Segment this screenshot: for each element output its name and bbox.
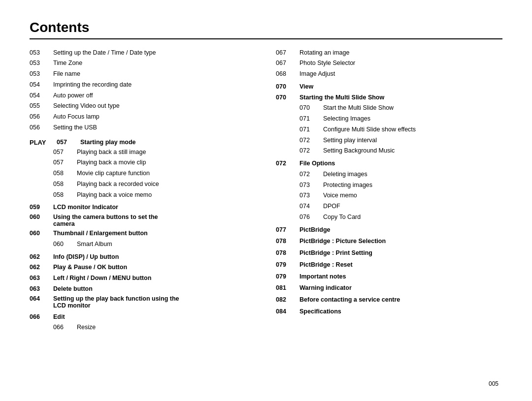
multi-sub-entry: 072Setting play interval <box>276 136 502 145</box>
play-num: 057 <box>57 139 80 146</box>
smart-album-entry: 060 Smart Album <box>30 240 256 249</box>
left-right-entry: 063 Left / Right / Down / MENU button <box>30 274 256 283</box>
play-sub-entry: 058Playing back a voice memo <box>30 190 256 200</box>
play-sub-entries: 057Playing back a still image057Playing … <box>30 148 256 200</box>
play-sub-entry: 058Movie clip capture function <box>30 169 256 178</box>
right-bold-entry: 079Important notes <box>276 272 502 281</box>
multi-sub-entries: 070Start the Multi Slide Show071Selectin… <box>276 103 502 155</box>
play-sub-entry: 057Playing back a movie clip <box>30 158 256 167</box>
left-top-entry: 056Auto Focus lamp <box>30 112 256 122</box>
file-sub-entry: 074DPOF <box>276 202 502 211</box>
play-pause-entry: 062 Play & Pause / OK button <box>30 263 256 272</box>
file-sub-entry: 073Voice memo <box>276 191 502 200</box>
right-bold-entry: 081Warning indicator <box>276 283 502 293</box>
left-top-entry: 053File name <box>30 69 256 79</box>
right-bold-entry: 082Before contacting a service centre <box>276 295 502 305</box>
file-sub-entries: 072Deleting images073Protecting images07… <box>276 170 502 222</box>
lcd-indicator-entry: 059 LCD monitor Indicator <box>30 203 256 212</box>
right-top-entry: 067Photo Style Selector <box>276 59 502 68</box>
left-top-entry: 054Imprinting the recording date <box>30 80 256 90</box>
left-top-entry: 056Setting the USB <box>30 123 256 132</box>
right-column: 067Rotating an image067Photo Style Selec… <box>276 48 502 334</box>
right-bold-entry: 078PictBridge : Print Setting <box>276 248 502 258</box>
file-sub-entry: 073Protecting images <box>276 181 502 190</box>
left-top-entry: 053Setting up the Date / Time / Date typ… <box>30 48 256 58</box>
delete-button-entry: 063 Delete button <box>30 284 256 294</box>
thumbnail-entry: 060 Thumbnail / Enlargement button <box>30 229 256 238</box>
camera-buttons-line1: Using the camera buttons to set the <box>53 214 158 220</box>
page-title: Contents <box>30 20 502 35</box>
right-bold-entry: 084Specifications <box>276 307 502 316</box>
left-top-entries: 053Setting up the Date / Time / Date typ… <box>30 48 256 132</box>
play-sub-entry: 058Playing back a recorded voice <box>30 180 256 189</box>
left-top-entry: 054Auto power off <box>30 91 256 100</box>
title-divider <box>30 38 502 39</box>
file-sub-entry: 076Copy To Card <box>276 213 502 222</box>
multi-slide-show-entry: 070 Starting the Multi Slide Show <box>276 93 502 102</box>
play-heading: Starting play mode <box>80 139 136 146</box>
left-top-entry: 055Selecting Video out type <box>30 101 256 111</box>
edit-entry: 066 Edit <box>30 312 256 322</box>
multi-sub-entry: 070Start the Multi Slide Show <box>276 103 502 113</box>
multi-sub-entry: 071Selecting Images <box>276 114 502 123</box>
right-top-entry: 067Rotating an image <box>276 48 502 58</box>
right-bold-entries: 077PictBridge078PictBridge : Picture Sel… <box>276 225 502 319</box>
play-section-header: PLAY 057 Starting play mode <box>30 139 256 146</box>
right-bold-entry: 079PictBridge : Reset <box>276 260 502 270</box>
right-bold-entry: 078PictBridge : Picture Selection <box>276 237 502 246</box>
play-sub-entry: 057Playing back a still image <box>30 148 256 157</box>
playback-function-entry: 064 Setting up the play back function us… <box>30 295 256 309</box>
multi-sub-entry: 072Setting Background Music <box>276 146 502 155</box>
page-number: 005 <box>489 380 499 387</box>
right-top-entries: 067Rotating an image067Photo Style Selec… <box>276 48 502 79</box>
file-options-entry: 072 File Options <box>276 159 502 168</box>
right-bold-entry: 077PictBridge <box>276 225 502 235</box>
right-top-entry: 068Image Adjust <box>276 69 502 79</box>
camera-buttons-line2: camera <box>53 220 158 227</box>
view-entry: 070 View <box>276 82 502 92</box>
resize-entry: 066 Resize <box>30 323 256 332</box>
left-top-entry: 053Time Zone <box>30 59 256 68</box>
info-disp-entry: 062 Info (DISP) / Up button <box>30 252 256 262</box>
playback-line1: Setting up the play back function using … <box>53 295 179 302</box>
play-label: PLAY <box>30 139 57 146</box>
file-sub-entry: 072Deleting images <box>276 170 502 179</box>
playback-line2: LCD monitor <box>53 302 179 309</box>
left-column: 053Setting up the Date / Time / Date typ… <box>30 48 256 334</box>
multi-sub-entry: 071Configure Multi Slide show effects <box>276 125 502 134</box>
camera-buttons-entry: 060 Using the camera buttons to set the … <box>30 214 256 227</box>
